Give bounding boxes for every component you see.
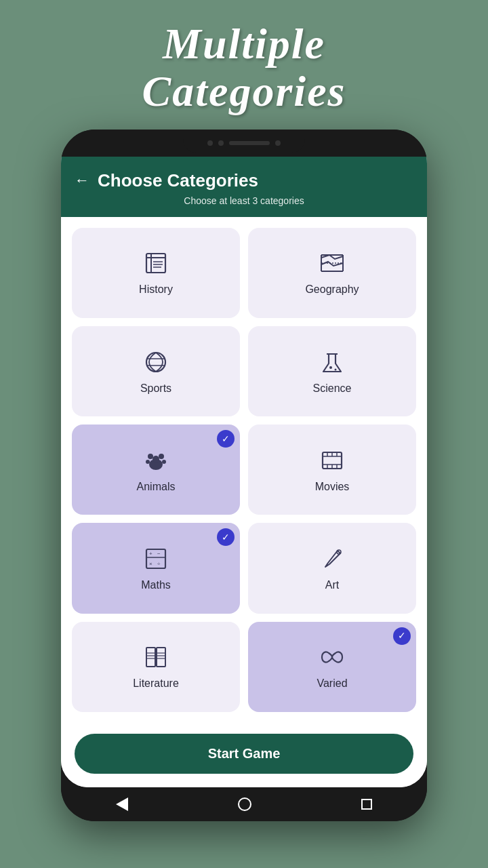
history-label: History [139, 283, 173, 296]
notch-dot-left [207, 140, 213, 146]
svg-rect-0 [146, 254, 165, 273]
art-icon [319, 545, 346, 572]
svg-text:−: − [157, 551, 161, 557]
sports-label: Sports [140, 382, 171, 395]
category-science[interactable]: Science [248, 326, 416, 416]
movies-icon [319, 447, 346, 474]
recents-nav-icon[interactable] [361, 799, 372, 810]
category-art[interactable]: Art [248, 523, 416, 613]
animals-label: Animals [137, 481, 176, 493]
svg-text:÷: ÷ [157, 561, 161, 567]
svg-point-8 [329, 366, 332, 369]
svg-point-15 [152, 456, 159, 462]
svg-point-12 [159, 454, 164, 459]
header-row: ← Choose Categories [75, 170, 413, 191]
varied-icon [319, 644, 346, 671]
svg-rect-32 [146, 648, 155, 667]
movies-label: Movies [315, 481, 350, 493]
literature-icon [142, 644, 169, 671]
header-subtitle: Choose at least 3 categories [75, 195, 413, 206]
back-button[interactable]: ← [75, 172, 89, 189]
literature-label: Literature [133, 677, 179, 690]
phone-screen: ← Choose Categories Choose at least 3 ca… [61, 157, 427, 787]
category-movies[interactable]: Movies [248, 425, 416, 515]
svg-point-11 [148, 454, 153, 459]
back-nav-icon[interactable] [116, 797, 128, 811]
start-game-area: Start Game [61, 723, 427, 787]
nav-bar [61, 787, 427, 821]
svg-point-14 [162, 460, 166, 464]
geography-icon [319, 250, 346, 277]
page-title: MultipleCategories [142, 20, 346, 116]
maths-label: Maths [141, 579, 171, 591]
sports-icon [142, 349, 169, 376]
art-label: Art [325, 579, 339, 591]
science-icon [319, 349, 346, 376]
phone-frame: ← Choose Categories Choose at least 3 ca… [61, 130, 427, 821]
notch-dot-mid [218, 140, 224, 146]
category-varied[interactable]: ✓ Varied [248, 622, 416, 712]
phone-notch-area [61, 130, 427, 157]
svg-point-13 [146, 460, 150, 464]
maths-icon: + − × ÷ [142, 545, 169, 572]
animals-icon [142, 447, 169, 474]
category-animals[interactable]: ✓ Animals [72, 425, 240, 515]
app-header: ← Choose Categories Choose at least 3 ca… [61, 157, 427, 217]
category-geography[interactable]: Geography [248, 228, 416, 318]
notch-bar [229, 141, 270, 145]
phone-notch [183, 134, 305, 153]
home-nav-icon[interactable] [238, 797, 251, 811]
category-literature[interactable]: Literature [72, 622, 240, 712]
notch-dot-right [275, 140, 281, 146]
varied-check: ✓ [393, 627, 411, 645]
category-maths[interactable]: ✓ + − × ÷ Maths [72, 523, 240, 613]
animals-check: ✓ [217, 430, 235, 448]
maths-check: ✓ [217, 528, 235, 546]
history-icon [142, 250, 169, 277]
start-game-button[interactable]: Start Game [75, 734, 413, 774]
header-title: Choose Categories [98, 170, 258, 191]
varied-label: Varied [317, 677, 347, 690]
category-sports[interactable]: Sports [72, 326, 240, 416]
science-label: Science [313, 382, 352, 395]
svg-rect-33 [157, 648, 165, 667]
categories-grid: History Geography [61, 217, 427, 723]
svg-text:+: + [149, 551, 152, 557]
geography-label: Geography [305, 283, 359, 296]
category-history[interactable]: History [72, 228, 240, 318]
svg-point-9 [335, 368, 337, 370]
svg-text:×: × [149, 561, 152, 567]
